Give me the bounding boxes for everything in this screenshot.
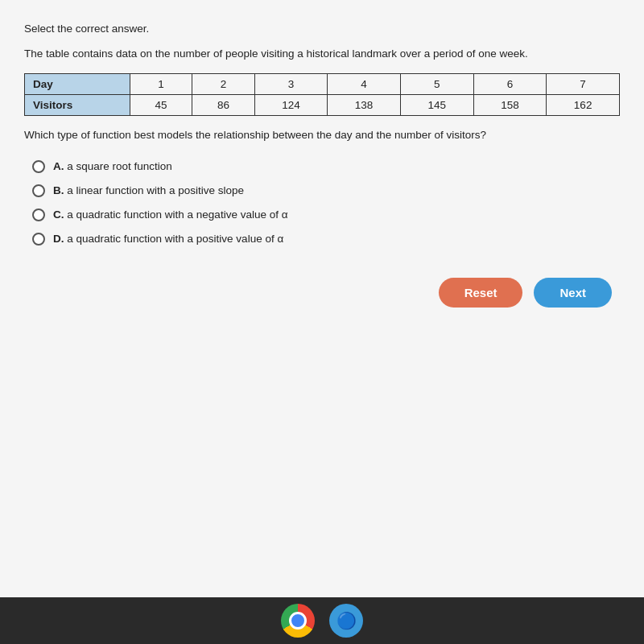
table-cell: 45	[130, 95, 192, 116]
table-cell: 158	[473, 95, 547, 116]
radio-d[interactable]	[32, 233, 45, 246]
options-container: A. a square root functionB. a linear fun…	[24, 160, 620, 246]
radio-c[interactable]	[32, 208, 45, 221]
table-cell: Visitors	[25, 95, 130, 116]
option-text: B. a linear function with a positive slo…	[53, 184, 244, 196]
table-cell: 86	[192, 95, 254, 116]
radio-b[interactable]	[32, 184, 45, 197]
question-text: The table contains data on the number of…	[24, 46, 620, 62]
sub-question-text: Which type of function best models the r…	[24, 127, 620, 143]
table-header-cell: Day	[25, 74, 130, 95]
chrome-icon[interactable]	[281, 604, 315, 638]
reset-button[interactable]: Reset	[439, 278, 523, 308]
table-header-cell: 5	[400, 74, 473, 95]
table-cell: 145	[400, 95, 473, 116]
table-cell: 138	[328, 95, 401, 116]
table-header-cell: 4	[328, 74, 401, 95]
main-content: Select the correct answer. The table con…	[0, 0, 644, 597]
option-d[interactable]: D. a quadratic function with a positive …	[32, 233, 620, 246]
button-row: Reset Next	[24, 278, 620, 308]
table-header-cell: 3	[254, 74, 328, 95]
option-b[interactable]: B. a linear function with a positive slo…	[32, 184, 620, 197]
table-body: Visitors4586124138145158162	[25, 95, 620, 116]
option-c[interactable]: C. a quadratic function with a negative …	[32, 208, 620, 221]
instruction-text: Select the correct answer.	[24, 23, 620, 35]
table-cell: 162	[547, 95, 620, 116]
taskbar: 🔵	[0, 597, 644, 644]
data-table: Day1234567 Visitors4586124138145158162	[24, 73, 620, 116]
table-header-cell: 7	[547, 74, 620, 95]
table-header-cell: 6	[473, 74, 547, 95]
option-a[interactable]: A. a square root function	[32, 160, 620, 173]
table-header-row: Day1234567	[25, 74, 620, 95]
option-text: A. a square root function	[53, 160, 172, 172]
table-header-cell: 2	[192, 74, 254, 95]
table-row: Visitors4586124138145158162	[25, 95, 620, 116]
option-text: C. a quadratic function with a negative …	[53, 208, 287, 221]
option-text: D. a quadratic function with a positive …	[53, 233, 283, 245]
table-cell: 124	[254, 95, 328, 116]
next-button[interactable]: Next	[534, 278, 612, 308]
radio-a[interactable]	[32, 160, 45, 173]
files-icon[interactable]: 🔵	[329, 604, 363, 638]
table-header-cell: 1	[130, 74, 192, 95]
